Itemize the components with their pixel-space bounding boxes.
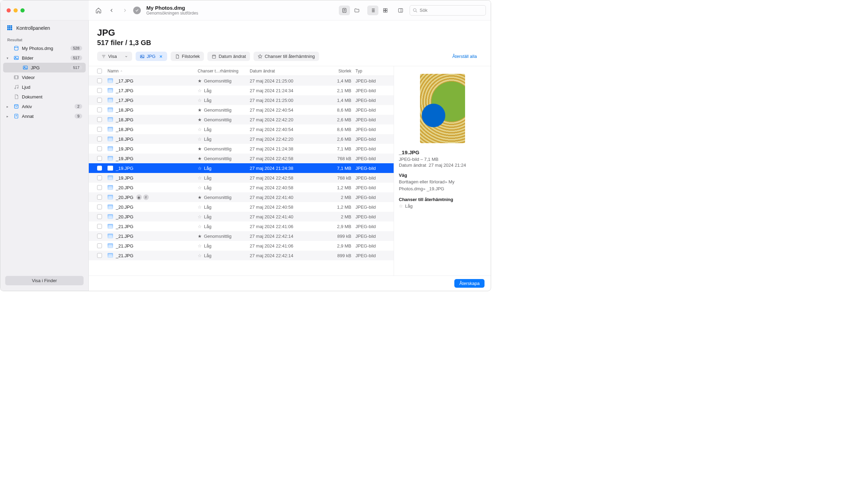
row-checkbox[interactable] [97, 166, 102, 171]
sidebar-item-arkiv[interactable]: ▸ Arkiv 2 [3, 102, 86, 111]
row-checkbox[interactable] [97, 214, 102, 219]
select-all-checkbox[interactable] [97, 69, 102, 73]
table-row[interactable]: _18.JPG ★Genomsnittlig 27 maj 2024 22:42… [89, 115, 394, 124]
file-name: _20.JPG [116, 205, 134, 210]
jpg-filter-chip[interactable]: JPG [136, 52, 167, 61]
view-document-button[interactable] [339, 6, 350, 15]
row-checkbox[interactable] [97, 146, 102, 151]
table-row[interactable]: _17.JPG ★Genomsnittlig 27 maj 2024 21:25… [89, 76, 394, 86]
recover-button[interactable]: Återskapa [454, 279, 484, 288]
sidebar-item-annat[interactable]: ▸ Annat 9 [3, 111, 86, 121]
column-date[interactable]: Datum ändrat [250, 69, 326, 73]
table-row[interactable]: _19.JPG ★Genomsnittlig 27 maj 2024 21:24… [89, 144, 394, 154]
sidebar-item-dokument[interactable]: Dokument [3, 92, 86, 102]
column-name[interactable]: Namn [108, 69, 198, 73]
star-icon: ★ [198, 146, 202, 151]
toolbar-subtitle: Genomsökningen slutfördes [146, 11, 335, 16]
filesize-filter-button[interactable]: Filstorlek [171, 52, 204, 61]
view-list-button[interactable] [367, 6, 378, 15]
chevron-icon: ▸ [7, 105, 11, 108]
control-panel-button[interactable]: Kontrollpanelen [5, 23, 84, 33]
svg-rect-5 [14, 76, 18, 79]
row-checkbox[interactable] [97, 78, 102, 83]
count-badge: 2 [75, 104, 82, 109]
date-value: 27 maj 2024 21:24:38 [250, 146, 326, 151]
column-size[interactable]: Storlek [326, 69, 355, 73]
row-checkbox[interactable] [97, 98, 102, 103]
toolbar-title: My Photos.dmg [146, 5, 335, 11]
close-icon[interactable] [159, 54, 163, 59]
row-checkbox[interactable] [97, 156, 102, 161]
table-row[interactable]: _18.JPG ☆Låg 27 maj 2024 22:40:54 8,6 MB… [89, 124, 394, 134]
show-filter-button[interactable]: Visa [97, 52, 132, 61]
date-value: 27 maj 2024 21:24:34 [250, 88, 326, 93]
table-row[interactable]: _21.JPG ☆Låg 27 maj 2024 22:41:06 2,9 MB… [89, 221, 394, 231]
sidebar-item-jpg[interactable]: JPG 517 [3, 63, 86, 72]
show-in-finder-button[interactable]: Visa i Finder [5, 276, 84, 285]
table-row[interactable]: _20.JPG ☆Låg 27 maj 2024 22:41:40 2 MB J… [89, 212, 394, 221]
row-checkbox[interactable] [97, 234, 102, 238]
search-box[interactable] [410, 5, 486, 16]
row-checkbox[interactable] [97, 185, 102, 190]
column-chance[interactable]: Chanser t…rhämtning [198, 69, 250, 73]
eye-icon[interactable]: ◉ [136, 194, 142, 200]
table-row[interactable]: _17.JPG ☆Låg 27 maj 2024 21:24:34 2,1 MB… [89, 86, 394, 95]
sidebar-section-title: Resultat [0, 33, 88, 43]
table-row[interactable]: _18.JPG ☆Låg 27 maj 2024 22:42:20 2,6 MB… [89, 134, 394, 144]
minimize-window-icon[interactable] [14, 8, 18, 12]
file-icon [108, 88, 113, 93]
table-row[interactable]: _20.JPG ☆Låg 27 maj 2024 22:40:58 1,2 MB… [89, 202, 394, 212]
table-row[interactable]: _20.JPG ☆Låg 27 maj 2024 22:40:58 1,2 MB… [89, 183, 394, 192]
table-row[interactable]: _17.JPG ☆Låg 27 maj 2024 21:25:00 1,4 MB… [89, 95, 394, 105]
toggle-preview-button[interactable] [395, 6, 406, 15]
file-icon [108, 117, 113, 122]
view-folder-button[interactable] [351, 6, 362, 15]
row-checkbox[interactable] [97, 224, 102, 229]
sidebar-item-my-photos.dmg[interactable]: My Photos.dmg 528 [3, 43, 86, 53]
sidebar-item-bilder[interactable]: ▾ Bilder 517 [3, 53, 86, 63]
star-icon: ★ [198, 234, 202, 239]
row-checkbox[interactable] [97, 195, 102, 200]
row-checkbox[interactable] [97, 243, 102, 248]
row-checkbox[interactable] [97, 253, 102, 258]
forward-button[interactable] [120, 6, 130, 15]
table-row[interactable]: _18.JPG ★Genomsnittlig 27 maj 2024 22:40… [89, 105, 394, 115]
date-value: 27 maj 2024 22:41:06 [250, 243, 326, 249]
chance-value: Låg [204, 224, 212, 229]
reset-filters-link[interactable]: Återställ alla [452, 54, 477, 59]
back-button[interactable] [107, 6, 117, 15]
row-checkbox[interactable] [97, 175, 102, 180]
table-row[interactable]: _21.JPG ☆Låg 27 maj 2024 22:41:06 2,9 MB… [89, 241, 394, 251]
date-value: 27 maj 2024 22:42:20 [250, 117, 326, 122]
star-icon: ☆ [198, 185, 202, 190]
zoom-window-icon[interactable] [20, 8, 25, 12]
column-type[interactable]: Typ [355, 69, 387, 73]
table-row[interactable]: _19.JPG ★Genomsnittlig 27 maj 2024 22:42… [89, 154, 394, 163]
close-window-icon[interactable] [7, 8, 11, 12]
table-row[interactable]: _21.JPG ☆Låg 27 maj 2024 22:42:14 899 kB… [89, 251, 394, 260]
table-row[interactable]: _19.JPG ☆Låg 27 maj 2024 22:42:58 768 kB… [89, 173, 394, 183]
search-input[interactable] [420, 8, 483, 13]
row-checkbox[interactable] [97, 205, 102, 209]
table-row[interactable]: _21.JPG ★Genomsnittlig 27 maj 2024 22:42… [89, 231, 394, 241]
star-icon: ☆ [198, 214, 202, 219]
sidebar-item-videor[interactable]: Videor [3, 72, 86, 82]
file-name: _20.JPG [116, 195, 134, 200]
home-button[interactable] [94, 6, 103, 15]
row-checkbox[interactable] [97, 137, 102, 141]
table-row[interactable]: _19.JPG ☆Låg 27 maj 2024 21:24:38 7,1 MB… [89, 163, 394, 173]
table-row[interactable]: _20.JPG◉# ★Genomsnittlig 27 maj 2024 22:… [89, 192, 394, 202]
file-icon [108, 205, 113, 209]
chance-value: Låg [204, 137, 212, 142]
chance-filter-button[interactable]: Chanser till återhämtning [254, 52, 319, 61]
row-checkbox[interactable] [97, 127, 102, 132]
row-checkbox[interactable] [97, 107, 102, 112]
footer: Återskapa [89, 276, 491, 291]
sidebar-item-ljud[interactable]: Ljud [3, 82, 86, 92]
row-checkbox[interactable] [97, 88, 102, 93]
hash-icon[interactable]: # [143, 194, 149, 200]
date-filter-button[interactable]: Datum ändrat [207, 52, 250, 61]
row-checkbox[interactable] [97, 117, 102, 122]
view-grid-button[interactable] [380, 6, 391, 15]
size-value: 1,2 MB [326, 185, 355, 190]
